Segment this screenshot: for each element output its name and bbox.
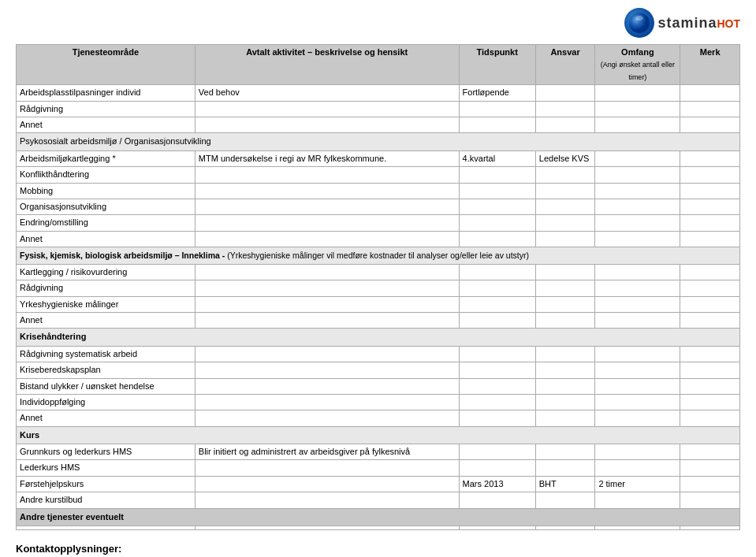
- page-header: staminaHOT: [16, 8, 740, 44]
- cell-col1: Individoppfølging: [17, 394, 196, 410]
- cell-col1: Mobbing: [17, 183, 196, 199]
- svg-point-1: [635, 16, 643, 20]
- cell-col6: [680, 476, 740, 492]
- contact-section: Kontaktopplysninger: Navn Funksjon E-pos…: [16, 543, 740, 557]
- cell-col3: [459, 183, 535, 199]
- table-row: Konflikthåndtering: [17, 167, 740, 183]
- table-row: Rådgivning: [17, 280, 740, 296]
- cell-col5: [595, 460, 680, 476]
- table-body: Arbeidsplasstilpasninger individVed beho…: [17, 85, 740, 530]
- cell-col2: Ved behov: [195, 85, 459, 101]
- cell-col6: [680, 492, 740, 508]
- col-header-merk: Merk: [680, 45, 740, 85]
- cell-col5: [595, 231, 680, 247]
- cell-col1: Organisasjonsutvikling: [17, 199, 196, 214]
- cell-col5: [595, 215, 680, 231]
- cell-col2: [195, 167, 459, 183]
- cell-col1: Grunnkurs og lederkurs HMS: [17, 444, 196, 460]
- cell-col2: [195, 394, 459, 410]
- table-row: Grunnkurs og lederkurs HMSBlir initiert …: [17, 444, 740, 460]
- cell-col3: [459, 346, 535, 362]
- col-header-omfang: Omfang (Angi ønsket antall eller timer): [595, 45, 680, 85]
- cell-col2: [195, 264, 459, 280]
- fysisk-header-row: Fysisk, kjemisk, biologisk arbeidsmiljø …: [17, 247, 740, 265]
- cell-col5: [595, 280, 680, 296]
- cell-col4: [535, 231, 595, 247]
- col-header-service: Tjenesteområde: [17, 45, 196, 85]
- cell-col5: [595, 312, 680, 328]
- cell-col1: Arbeidsplasstilpasninger individ: [17, 85, 196, 101]
- cell-col5: [595, 492, 680, 508]
- table-row: [17, 526, 740, 530]
- cell-col5: 2 timer: [595, 476, 680, 492]
- cell-col3: [459, 231, 535, 247]
- cell-col3: [459, 444, 535, 460]
- cell-col2: [195, 183, 459, 199]
- cell-col6: [680, 231, 740, 247]
- cell-col6: [680, 199, 740, 214]
- cell-col6: [680, 183, 740, 199]
- cell-col6: [680, 526, 740, 530]
- cell-col1: Rådgivning systematisk arbeid: [17, 346, 196, 362]
- cell-col2: [195, 280, 459, 296]
- cell-col3: [459, 378, 535, 394]
- section-header-bold-row: Krisehåndtering: [17, 329, 740, 346]
- cell-col4: [535, 101, 595, 117]
- cell-col1: Andre kurstilbud: [17, 492, 196, 508]
- cell-col6: [680, 167, 740, 183]
- cell-col5: [595, 526, 680, 530]
- cell-col3: [459, 460, 535, 476]
- contact-title: Kontaktopplysninger:: [16, 543, 740, 555]
- cell-col1: Rådgivning: [17, 280, 196, 296]
- cell-col2: [195, 346, 459, 362]
- cell-col2: [195, 476, 459, 492]
- table-row: Rådgivning systematisk arbeid: [17, 346, 740, 362]
- cell-col6: [680, 362, 740, 378]
- section-header-bold-dark-label: Andre tjenester eventuelt: [17, 508, 740, 525]
- cell-col5: [595, 117, 680, 132]
- main-table: Tjenesteområde Avtalt aktivitet – beskri…: [16, 44, 740, 530]
- cell-col4: [535, 296, 595, 312]
- logo-icon: [624, 8, 654, 38]
- cell-col2: [195, 526, 459, 530]
- cell-col2: [195, 492, 459, 508]
- cell-col2: [195, 312, 459, 328]
- cell-col4: BHT: [535, 476, 595, 492]
- cell-col6: [680, 117, 740, 132]
- cell-col1: Annet: [17, 117, 196, 132]
- col-header-activity: Avtalt aktivitet – beskrivelse og hensik…: [195, 45, 459, 85]
- cell-col5: [595, 378, 680, 394]
- cell-col1: Bistand ulykker / uønsket hendelse: [17, 378, 196, 394]
- table-row: Organisasjonsutvikling: [17, 199, 740, 214]
- cell-col4: [535, 167, 595, 183]
- cell-col5: [595, 296, 680, 312]
- cell-col6: [680, 460, 740, 476]
- cell-col1: Annet: [17, 410, 196, 426]
- cell-col6: [680, 378, 740, 394]
- cell-col1: Annet: [17, 312, 196, 328]
- cell-col1: Kartlegging / risikovurdering: [17, 264, 196, 280]
- cell-col5: [595, 264, 680, 280]
- table-row: Annet: [17, 231, 740, 247]
- cell-col4: [535, 362, 595, 378]
- cell-col3: [459, 296, 535, 312]
- section-header-label: Psykososialt arbeidsmiljø / Organisasjon…: [17, 133, 740, 150]
- cell-col3: [459, 410, 535, 426]
- cell-col2: [195, 199, 459, 214]
- cell-col2: [195, 296, 459, 312]
- cell-col2: [195, 215, 459, 231]
- cell-col5: [595, 410, 680, 426]
- cell-col1: Konflikthåndtering: [17, 167, 196, 183]
- cell-col2: [195, 231, 459, 247]
- cell-col6: [680, 312, 740, 328]
- cell-col2: [195, 117, 459, 132]
- cell-col3: Mars 2013: [459, 476, 535, 492]
- cell-col1: Endring/omstilling: [17, 215, 196, 231]
- cell-col3: [459, 394, 535, 410]
- cell-col5: [595, 444, 680, 460]
- table-row: Kriseberedskapsplan: [17, 362, 740, 378]
- cell-col5: [595, 199, 680, 214]
- col-header-ansvar: Ansvar: [535, 45, 595, 85]
- cell-col2: [195, 410, 459, 426]
- table-row: FørstehjelpskursMars 2013BHT2 timer: [17, 476, 740, 492]
